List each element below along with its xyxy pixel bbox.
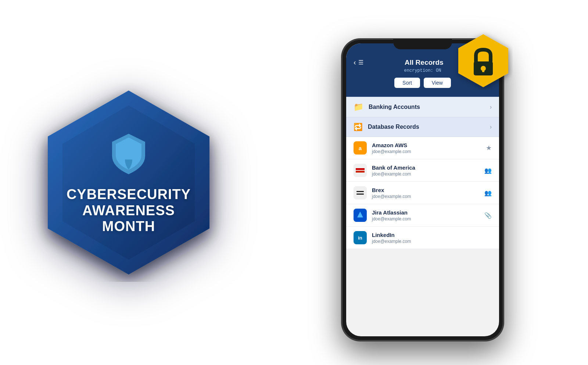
svg-rect-11 — [356, 194, 364, 195]
record-email-aws: jdoe@example.com — [372, 149, 486, 154]
chevron-database: › — [490, 124, 492, 130]
record-name-linkedin: LinkedIn — [372, 232, 492, 238]
list-item[interactable]: Bank of America jdoe@example.com 👥 — [346, 159, 499, 182]
record-info-aws: Amazon AWS jdoe@example.com — [372, 142, 486, 154]
svg-marker-2 — [458, 34, 508, 87]
record-icon-brex — [354, 186, 367, 199]
right-section: ‹ ☰ All Records ✎ encryption: ON Sort Vi… — [257, 0, 588, 365]
record-email-jira: jdoe@example.com — [372, 216, 484, 222]
record-name-brex: Brex — [372, 187, 484, 193]
record-icon-jira — [354, 209, 367, 222]
svg-rect-8 — [356, 171, 365, 173]
folder-item-database[interactable]: 🔁 Database Records › — [346, 117, 499, 137]
svg-rect-6 — [354, 164, 367, 177]
record-icon-aws: a — [354, 141, 367, 155]
list-item[interactable]: in LinkedIn jdoe@example.com — [346, 227, 499, 249]
cyber-title-text: CYBERSECURITY AWARENESS MONTH — [67, 187, 191, 235]
list-item[interactable]: Brex jdoe@example.com 👥 — [346, 182, 499, 204]
shared-icon-brex[interactable]: 👥 — [484, 189, 492, 196]
record-info-linkedin: LinkedIn jdoe@example.com — [372, 232, 492, 244]
view-button[interactable]: View — [424, 78, 451, 88]
record-name-jira: Jira Atlassian — [372, 209, 484, 216]
svg-rect-5 — [482, 68, 484, 72]
record-icon-linkedin: in — [354, 231, 367, 244]
folder-label-banking: Banking Accounts — [369, 104, 490, 110]
attachment-icon-jira[interactable]: 📎 — [484, 212, 492, 219]
record-name-bofa: Bank of America — [372, 164, 484, 171]
folder-icon-database: 🔁 — [354, 123, 363, 131]
lock-badge — [454, 31, 513, 90]
svg-rect-7 — [356, 168, 365, 170]
record-name-aws: Amazon AWS — [372, 142, 486, 148]
record-info-bofa: Bank of America jdoe@example.com — [372, 164, 484, 177]
list-item[interactable]: Jira Atlassian jdoe@example.com 📎 — [346, 204, 499, 227]
record-info-brex: Brex jdoe@example.com — [372, 187, 484, 199]
back-icon[interactable]: ‹ — [354, 58, 356, 67]
records-list: 📁 Banking Accounts › 🔁 Database Records … — [346, 97, 499, 249]
nav-left[interactable]: ‹ ☰ — [354, 58, 363, 67]
star-icon[interactable]: ★ — [486, 144, 492, 152]
phone-notch — [393, 39, 452, 49]
svg-rect-10 — [356, 191, 364, 192]
shield-icon — [105, 130, 153, 178]
record-email-bofa: jdoe@example.com — [372, 171, 484, 177]
record-email-linkedin: jdoe@example.com — [372, 239, 492, 244]
sort-button[interactable]: Sort — [394, 78, 420, 88]
record-email-brex: jdoe@example.com — [372, 194, 484, 199]
shared-icon-bofa[interactable]: 👥 — [484, 167, 492, 174]
folder-label-database: Database Records — [368, 124, 490, 130]
left-section: CYBERSECURITY AWARENESS MONTH — [0, 0, 257, 365]
folder-item-banking[interactable]: 📁 Banking Accounts › — [346, 97, 499, 117]
hexagon-container: CYBERSECURITY AWARENESS MONTH — [29, 83, 228, 282]
svg-rect-9 — [354, 186, 367, 199]
record-info-jira: Jira Atlassian jdoe@example.com — [372, 209, 484, 222]
folder-icon-banking: 📁 — [354, 102, 363, 112]
record-icon-bofa — [354, 164, 367, 177]
list-item[interactable]: a Amazon AWS jdoe@example.com ★ — [346, 137, 499, 159]
chevron-banking: › — [490, 104, 492, 110]
menu-icon[interactable]: ☰ — [358, 60, 363, 65]
hex-content: CYBERSECURITY AWARENESS MONTH — [67, 130, 191, 235]
